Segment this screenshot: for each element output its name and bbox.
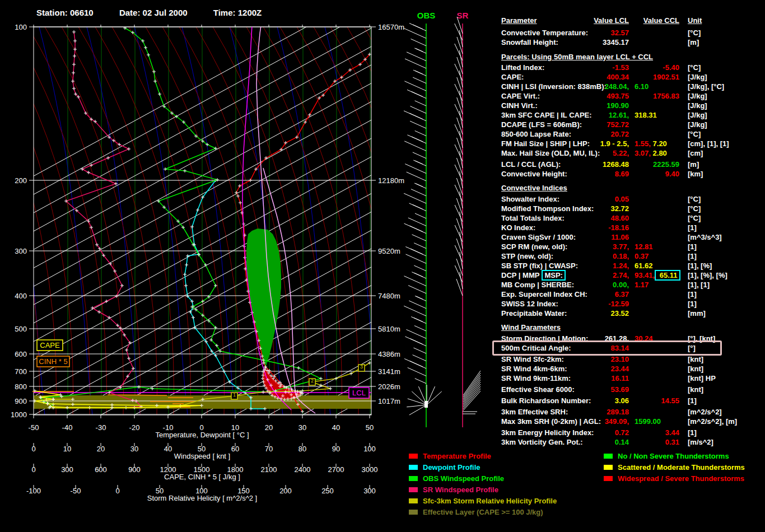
param-row: SR Wind 9km-11km:16.11[knt] HP (0, 374, 765, 383)
legend-item: Temperature Profile (409, 452, 491, 461)
legend-item: OBS Windspeed Profile (409, 474, 504, 483)
legend-swatch (604, 465, 613, 470)
section-header: Convective Indices (0, 183, 765, 193)
legend-swatch (409, 510, 418, 515)
legend-swatch (409, 487, 418, 492)
legend-swatch (604, 476, 613, 481)
param-row: Bulk Richardson Number:3.0614.55[1] (0, 396, 765, 405)
param-row: Max. Hail Size (OLD, MU, IL):5.22,3.07, … (0, 148, 765, 158)
param-row: 3km Effective SRH:289.18[m^2/s^2] (0, 407, 765, 417)
param-row: KO Index:-18.16[1] (0, 223, 765, 232)
legend-swatch (409, 465, 418, 470)
legend-item: SR Windspeed Profile (409, 486, 498, 494)
param-row: FM Hail Size | SHIP | LHP:1.9 - 2.5,1.55… (0, 139, 765, 148)
legend-swatch (604, 454, 613, 459)
legend-item: Sfc-3km Storm Relative Helicity Profile (409, 497, 557, 506)
section-header: Wind Parameters (0, 323, 765, 332)
legend-swatch (409, 476, 418, 481)
legend-item: Scattered / Moderate Thunderstorms (604, 463, 745, 472)
param-row: SR Wind Sfc-2km:23.10[knt] (0, 354, 765, 364)
param-row: Snowfall Height:3345.17[m] (0, 38, 765, 47)
param-row: DCAPE (LFS = 606mB):752.72[J/kg] (0, 120, 765, 129)
param-row: Convective Temperature:32.57[°C] (0, 28, 765, 38)
legend-item: Dewpoint Profile (409, 463, 481, 472)
param-row: Convective Height:8.699.40[km] (0, 169, 765, 179)
param-row: Lifted Index:-1.53-5.40[°C] (0, 63, 765, 72)
table-column-headers: ParameterValue LCLValue CCLUnit (0, 16, 765, 25)
param-row: Showalter Index:0.05[°C] (0, 194, 765, 204)
param-row: 3km Energy Helicity Index:0.723.44[1] (0, 428, 765, 437)
param-row: Craven SigSvr / 1000:11.06[m^3/s^3] (0, 232, 765, 242)
param-row: Precipitable Water:23.52[mm] (0, 309, 765, 318)
param-row: 850-600 Lapse Rate:20.72[°C] (0, 129, 765, 139)
legend-item: Widespread / Severe Thunderstorms (604, 474, 744, 483)
param-row: MB Comp | SHERBE:0.00,1.17[1], [1] (0, 280, 765, 290)
legend-item: No / Non Severe Thunderstorms (604, 452, 729, 461)
section-header: Parcels: Using 50mB mean layer LCL + CCL (0, 52, 765, 62)
param-row: SWISS 12 Index:-12.59[1] (0, 299, 765, 309)
param-row: SB STP (fix) | CWASP:1.24,61.62[1], [%] (0, 261, 765, 270)
param-row: SR Wind 4km-6km:23.44[knt] (0, 364, 765, 374)
legend-item: Effective Layer (CAPE >= 100 J/kg) (409, 508, 543, 517)
sounding-analysis-window: CAPECINH * 5LCL3211002003004005006007008… (0, 0, 765, 532)
param-row: SCP RM (new, old):3.77,12.81[1] (0, 242, 765, 251)
param-row: STP (new, old):0.18,0.37[1] (0, 251, 765, 261)
param-row: 3km SFC CAPE | IL CAPE:12.61,318.31[J/kg… (0, 110, 765, 120)
legend-swatch (409, 498, 418, 503)
param-row: Effective Shear 6000:53.69[knt] (0, 385, 765, 394)
param-row: CINH Virt.:190.90[J/kg] (0, 101, 765, 110)
param-row: Max 3km SRH (0-2km) | AGL:349.09,1599.00… (0, 417, 765, 426)
param-row: Modified Thompson Index:32.72[°C] (0, 204, 765, 213)
param-row: CAPE:400.341902.51[J/kg] (0, 72, 765, 82)
param-row: Exp. Supercell Index CH:6.37[1] (0, 290, 765, 299)
param-row: 3km Vorticity Gen. Pot.:0.140.31[m/s^2] (0, 437, 765, 447)
legend-swatch (409, 454, 418, 459)
param-row: CAPE Virt.:493.751756.83[J/kg] (0, 91, 765, 101)
param-row: LCL / CCL (AGL):1268.482225.59[m] (0, 160, 765, 169)
param-row: 500m Critical Angle:83.14[°] (0, 343, 765, 353)
param-row: Total Totals Index:48.60[°C] (0, 213, 765, 223)
param-row: CINH | LSI (Inversion: 838mB):248.04,6.1… (0, 82, 765, 91)
param-row: DCP | MMPMSP:2.74,93.41, 65.11[1], [%], … (0, 270, 765, 280)
